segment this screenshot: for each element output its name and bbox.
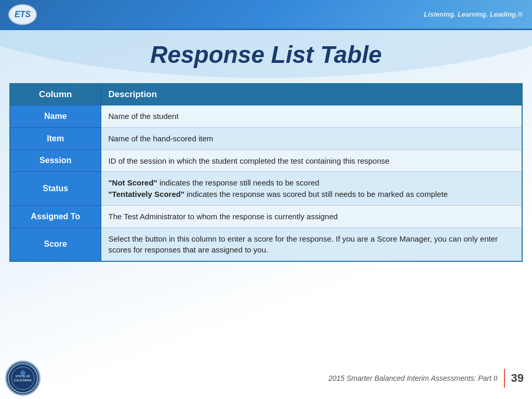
ets-logo: ETS xyxy=(8,4,37,25)
column-header-col: Column xyxy=(10,84,101,105)
row-label-status: Status xyxy=(10,172,101,206)
california-seal: STATE OF CALIFORNIA xyxy=(5,361,41,396)
table-row: Item Name of the hand-scored item xyxy=(10,127,522,150)
bottom-right: 2015 Smarter Balanced Interim Assessment… xyxy=(328,369,524,388)
row-label-item: Item xyxy=(10,127,101,150)
page-title: Response List Table xyxy=(0,35,532,69)
row-label-name: Name xyxy=(10,105,101,128)
row-desc-item: Name of the hand-scored item xyxy=(101,127,522,150)
table-row: Assigned To The Test Administrator to wh… xyxy=(10,205,522,228)
tagline: Listening. Learning. Leading.® xyxy=(424,10,523,18)
table-container: Column Description Name Name of the stud… xyxy=(9,83,523,352)
footer-text: 2015 Smarter Balanced Interim Assessment… xyxy=(328,374,498,382)
top-bar: ETS Listening. Learning. Leading.® xyxy=(0,0,532,30)
row-desc-score: Select the button in this column to ente… xyxy=(101,228,522,261)
row-desc-status: "Not Scored" indicates the response stil… xyxy=(101,172,522,206)
response-list-table: Column Description Name Name of the stud… xyxy=(9,83,523,262)
row-label-assigned-to: Assigned To xyxy=(10,205,101,228)
row-label-session: Session xyxy=(10,150,101,172)
status-not-scored-bold: "Not Scored" xyxy=(109,178,157,187)
table-row: Name Name of the student xyxy=(10,105,522,128)
row-label-score: Score xyxy=(10,228,101,261)
row-desc-name: Name of the student xyxy=(101,105,522,128)
table-row: Score Select the button in this column t… xyxy=(10,228,522,261)
row-desc-session: ID of the session in which the student c… xyxy=(101,150,522,172)
table-row: Session ID of the session in which the s… xyxy=(10,150,522,172)
status-tentatively-scored-bold: "Tentatively Scored" xyxy=(109,190,185,198)
table-row: Status "Not Scored" indicates the respon… xyxy=(10,172,522,206)
page-divider xyxy=(504,369,505,388)
slide: ETS Listening. Learning. Leading.® Respo… xyxy=(0,0,532,399)
bottom-bar: STATE OF CALIFORNIA 2015 Smarter Balance… xyxy=(0,357,532,399)
row-desc-assigned-to: The Test Administrator to whom the respo… xyxy=(101,205,522,228)
page-number: 39 xyxy=(511,371,524,385)
column-header-desc: Description xyxy=(101,84,522,105)
